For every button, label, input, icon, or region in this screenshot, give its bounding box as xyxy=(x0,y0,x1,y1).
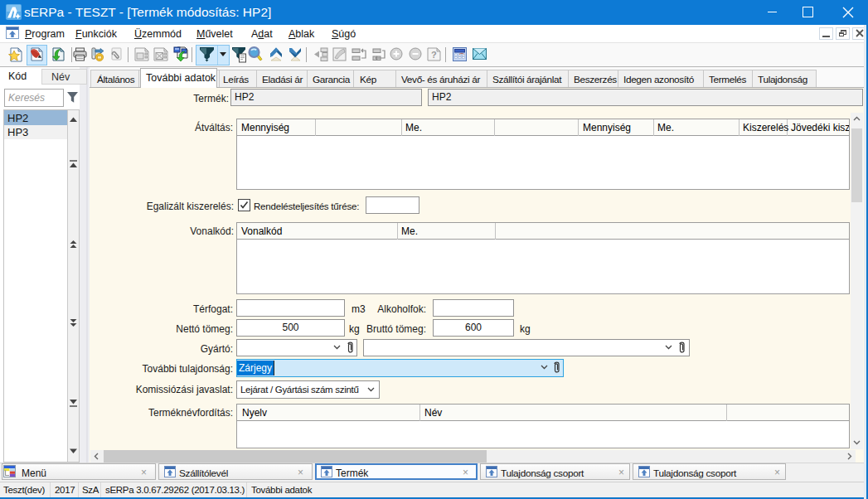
svg-text:?: ? xyxy=(431,50,437,60)
